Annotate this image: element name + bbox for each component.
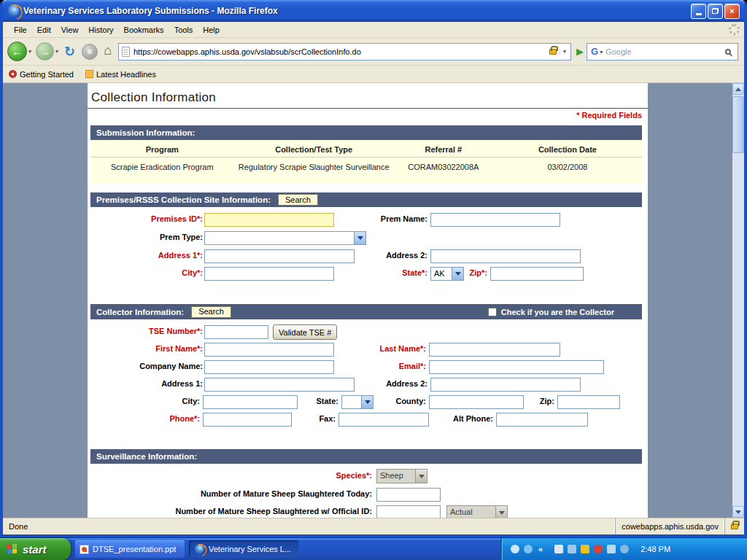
first-name-field[interactable] (204, 343, 334, 357)
collector-address2-field[interactable] (430, 378, 581, 392)
lock-icon (731, 524, 738, 529)
menu-help[interactable]: Help (198, 23, 225, 36)
official-id-type-select[interactable]: Actual (446, 505, 508, 518)
url-dropdown-icon[interactable]: ▾ (560, 48, 569, 55)
menu-tools[interactable]: Tools (169, 23, 198, 36)
last-name-label: Last Name*: (324, 344, 426, 354)
col-referral: Referral # (394, 143, 493, 158)
home-button[interactable]: ⌂ (104, 43, 112, 58)
scrollbar-thumb[interactable] (732, 96, 744, 153)
url-bar[interactable]: https://cowebapps.aphis.usda.gov/vslabsu… (118, 43, 571, 61)
search-box[interactable]: G ▾ Google (587, 43, 738, 61)
start-button[interactable]: start (0, 538, 71, 560)
tray-network-icon[interactable] (607, 545, 616, 553)
forward-button[interactable]: → (36, 42, 54, 61)
tray-pen-icon[interactable] (554, 545, 563, 553)
city-label: City*: (101, 268, 203, 278)
menu-history[interactable]: History (83, 23, 118, 36)
col-program: Program (90, 143, 234, 158)
restore-button[interactable] (708, 4, 723, 19)
search-icon[interactable] (725, 49, 731, 55)
collector-zip-field[interactable] (557, 395, 620, 409)
collector-zip-label: Zip: (528, 397, 554, 406)
collector-address2-label: Address 2: (327, 379, 427, 389)
forward-icon: → (40, 46, 50, 58)
collector-search-button[interactable]: Search (191, 306, 231, 318)
taskbar-item-firefox[interactable]: Veterinary Services L... (189, 540, 298, 558)
scroll-up-button[interactable] (732, 83, 744, 95)
stop-button[interactable]: × (82, 44, 98, 60)
url-text[interactable]: https://cowebapps.aphis.usda.gov/vslabsu… (133, 47, 549, 56)
latest-headlines-icon (85, 70, 93, 78)
state-value: AK (434, 269, 445, 278)
menu-edit[interactable]: Edit (32, 23, 56, 36)
go-button[interactable]: ▶ (576, 46, 584, 57)
browser-content: Collection Information * Required Fields… (3, 83, 744, 518)
prem-type-select[interactable] (204, 231, 366, 245)
getting-started-icon (9, 70, 17, 78)
premises-search-button[interactable]: Search (278, 194, 318, 206)
tray-app-icon[interactable] (511, 545, 519, 553)
premises-city-field[interactable] (204, 267, 334, 281)
surveillance-section-body: Species*: Sheep Number of Mature Sheep S… (88, 464, 648, 518)
back-history-dropdown-icon[interactable]: ▾ (28, 48, 31, 55)
bookmark-latest-headlines[interactable]: Latest Headlines (85, 70, 156, 79)
windows-logo-icon (7, 543, 18, 556)
collector-state-select[interactable] (341, 395, 374, 409)
menu-bookmarks[interactable]: Bookmarks (119, 23, 169, 36)
back-button[interactable]: ← (7, 42, 27, 61)
ssl-lock-icon (549, 49, 557, 55)
tray-display-icon[interactable] (568, 545, 576, 553)
cell-referral: CORAM03022008A (394, 158, 493, 173)
validate-tse-button[interactable]: Validate TSE # (273, 324, 337, 340)
status-bar: Done cowebapps.aphis.usda.gov (3, 518, 744, 534)
page-background: Collection Information * Required Fields… (3, 83, 732, 518)
state-label: State*: (325, 268, 427, 278)
section-title: Submission Information: (96, 128, 195, 137)
fax-field[interactable] (338, 413, 429, 427)
reload-button[interactable]: ↻ (64, 44, 75, 60)
phone-field[interactable] (203, 413, 292, 427)
forward-history-dropdown-icon[interactable]: ▾ (55, 48, 58, 55)
tray-volume-icon[interactable] (620, 545, 629, 553)
county-field[interactable] (429, 395, 524, 409)
menu-file[interactable]: File (9, 23, 32, 36)
tse-number-field[interactable] (204, 325, 268, 339)
mature-sheep-today-field[interactable] (376, 488, 441, 502)
prem-name-label: Prem Name: (325, 214, 427, 224)
throbber-icon (729, 24, 740, 35)
page-icon (122, 47, 130, 57)
submission-section-body: Program Collection/Test Type Referral # … (90, 140, 642, 184)
premises-zip-field[interactable] (490, 267, 584, 281)
tray-update-icon[interactable] (524, 545, 533, 553)
company-name-field[interactable] (204, 360, 334, 374)
firefox-icon (195, 545, 204, 554)
tray-collapse-icon[interactable]: « (538, 545, 543, 553)
desktop-screen: Veterinary Services Laboratory Submissio… (0, 0, 747, 560)
system-tray: « 2:48 PM (500, 538, 747, 560)
close-button[interactable]: × (724, 4, 740, 19)
scroll-down-button[interactable] (732, 506, 744, 518)
search-input[interactable]: Google (605, 47, 725, 56)
species-select[interactable]: Sheep (376, 469, 427, 483)
email-field[interactable] (429, 360, 604, 374)
close-icon: × (729, 7, 734, 15)
prem-name-field[interactable] (430, 213, 560, 227)
taskbar-item-powerpoint[interactable]: DTSE_presentation.ppt (75, 540, 185, 558)
vertical-scrollbar[interactable] (732, 83, 744, 518)
mature-sheep-official-id-field[interactable] (376, 505, 441, 518)
bookmark-getting-started[interactable]: Getting Started (9, 70, 74, 79)
search-engine-dropdown-icon[interactable]: ▾ (600, 49, 603, 55)
tray-security-icon[interactable] (581, 545, 589, 553)
restore-icon (712, 8, 719, 14)
premises-address2-field[interactable] (430, 249, 581, 263)
arrow-down-icon (735, 510, 741, 514)
minimize-button[interactable] (691, 4, 706, 19)
tray-alert-icon[interactable] (594, 545, 603, 553)
alt-phone-field[interactable] (496, 413, 588, 427)
task-label: DTSE_presentation.ppt (93, 545, 176, 553)
menu-view[interactable]: View (56, 23, 84, 36)
last-name-field[interactable] (429, 343, 560, 357)
collector-self-checkbox[interactable] (488, 308, 497, 316)
premises-id-field[interactable] (204, 213, 334, 227)
